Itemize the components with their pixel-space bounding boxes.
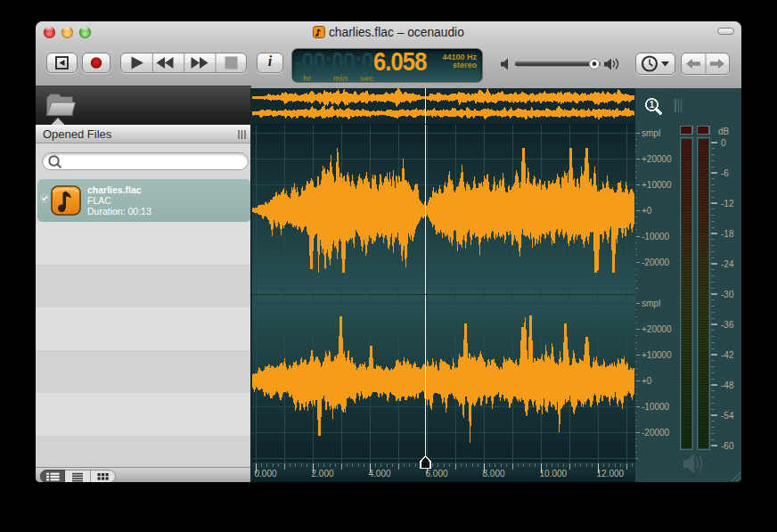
svg-text:4.000: 4.000 (369, 469, 391, 479)
svg-text:-10000: -10000 (642, 402, 670, 412)
svg-text:1: 1 (650, 100, 655, 110)
svg-text:-24: -24 (721, 259, 734, 269)
svg-text:+10000: +10000 (642, 350, 672, 360)
svg-text:-54: -54 (721, 411, 734, 421)
svg-text:-6: -6 (721, 168, 729, 178)
svg-text:-20000: -20000 (642, 258, 670, 267)
svg-text:-20000: -20000 (642, 428, 670, 438)
svg-text:+0: +0 (642, 376, 652, 386)
svg-text:smpl: smpl (642, 299, 660, 308)
svg-text:12.000: 12.000 (597, 469, 625, 479)
svg-text:+0: +0 (642, 206, 652, 216)
svg-text:8.000: 8.000 (483, 469, 505, 479)
svg-text:10.000: 10.000 (540, 469, 568, 479)
svg-text:+10000: +10000 (642, 180, 672, 190)
svg-text:+20000: +20000 (642, 324, 672, 334)
svg-text:dB: dB (718, 127, 730, 136)
svg-text:-36: -36 (721, 320, 734, 330)
svg-text:2.000: 2.000 (312, 469, 334, 479)
svg-text:-18: -18 (721, 229, 734, 239)
svg-text:-30: -30 (721, 290, 734, 299)
svg-text:0.000: 0.000 (255, 469, 277, 479)
svg-text:-10000: -10000 (642, 232, 670, 241)
svg-text:-48: -48 (721, 381, 734, 390)
svg-text:0: 0 (721, 138, 726, 148)
svg-text:-12: -12 (721, 199, 734, 209)
svg-text:-60: -60 (721, 441, 734, 451)
svg-text:6.000: 6.000 (426, 469, 448, 479)
svg-text:-42: -42 (721, 350, 734, 360)
svg-text:smpl: smpl (642, 128, 660, 138)
svg-text:+20000: +20000 (642, 154, 672, 164)
